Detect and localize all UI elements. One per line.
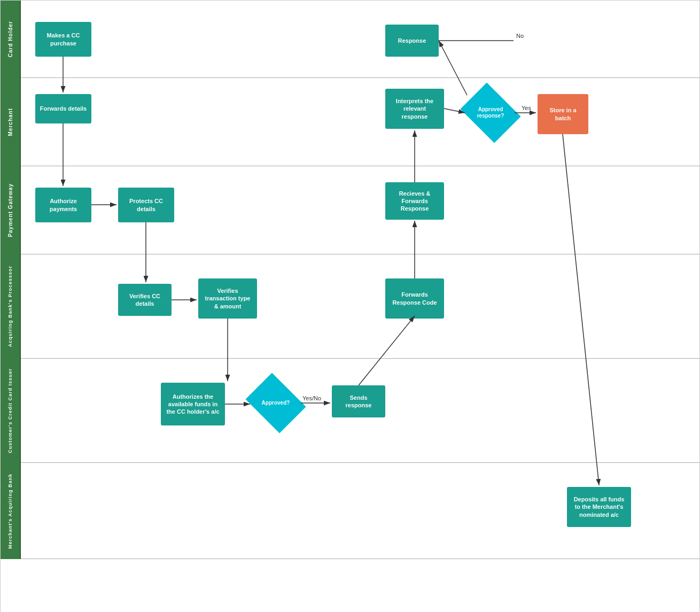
box-verifies-cc-details: Verifies CC details [118, 284, 172, 316]
box-makes-cc-purchase: Makes a CC purchase [35, 22, 91, 57]
diamond-approved: Approved? [252, 384, 300, 422]
lane-label-acquiring: Acquiring Bank's Processsor [1, 254, 21, 359]
lane-merchant: Merchant [1, 78, 700, 166]
lane-label-payment-gateway: Payment Gateway [1, 166, 21, 254]
full-diagram: Card Holder Merchant Payment Gateway Acq… [1, 1, 700, 612]
box-response: Response [385, 25, 439, 57]
lane-label-credit-card: Customer's Credit Card Issuer [1, 359, 21, 463]
box-sends-response: Sends response [332, 385, 385, 417]
box-deposits-funds: Deposits all funds to the Merchant's nom… [567, 487, 631, 527]
lane-label-merchant-bank: Merchant's Acquiring Bank [1, 463, 21, 559]
diamond-approved-response: Approved response? [466, 94, 515, 131]
lane-label-card-holder: Card Holder [1, 1, 21, 78]
lane-acquiring: Acquiring Bank's Processsor [1, 254, 700, 359]
lane-payment-gateway: Payment Gateway [1, 166, 700, 254]
box-store-in-batch: Store in a batch [538, 94, 588, 134]
box-verifies-transaction: Verifies transaction type & amount [198, 278, 257, 319]
box-forwards-response-code: Forwards Response Code [385, 278, 444, 319]
box-authorize-payments: Authorize payments [35, 188, 91, 222]
box-interprets-response: Interprets the relevant response [385, 89, 444, 129]
lane-card-holder: Card Holder [1, 1, 700, 78]
box-forwards-details: Forwards details [35, 94, 91, 123]
diagram-container: Card Holder Merchant Payment Gateway Acq… [0, 0, 700, 612]
lane-label-merchant: Merchant [1, 78, 21, 166]
box-recieves-forwards-response: Recieves & Forwards Response [385, 182, 444, 220]
box-authorizes-funds: Authorizes the available funds in the CC… [161, 383, 225, 425]
box-protects-cc-details: Protects CC details [118, 188, 174, 222]
